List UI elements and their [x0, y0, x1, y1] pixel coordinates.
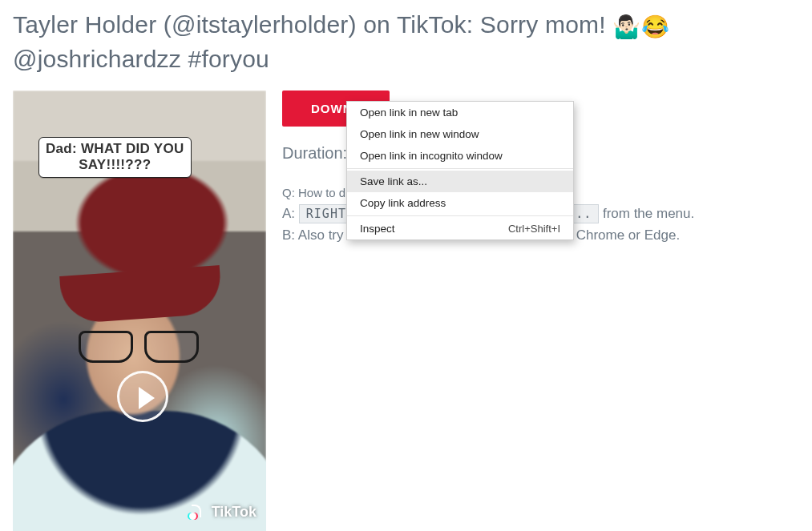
context-menu-item-label: Open link in new window — [360, 128, 479, 140]
laugh-emoji: 😂 — [641, 14, 669, 39]
context-menu-separator — [347, 168, 573, 169]
title-text-1: Tayler Holder (@itstaylerholder) on TikT… — [13, 11, 612, 38]
answer-a-label: A: — [282, 206, 295, 221]
context-menu-save-link-as[interactable]: Save link as... — [347, 171, 573, 192]
context-menu-item-label: Copy link address — [360, 197, 446, 209]
context-menu-item-label: Inspect — [360, 223, 395, 235]
tiktok-watermark-text: TikTok — [212, 504, 257, 521]
context-menu-open-incognito[interactable]: Open link in incognito window — [347, 145, 573, 167]
video-caption-overlay: Dad: WHAT DID YOU SAY!!!!??? — [38, 137, 192, 178]
context-menu-item-label: Open link in new tab — [360, 107, 458, 119]
context-menu-open-new-tab[interactable]: Open link in new tab — [347, 102, 573, 123]
thumbnail-glasses-shape — [79, 331, 199, 358]
context-menu-inspect[interactable]: Inspect Ctrl+Shift+I — [347, 218, 573, 239]
faq-question-visible-start: Q: How to d — [282, 186, 345, 199]
video-caption-line1: Dad: WHAT DID YOU — [46, 141, 184, 156]
context-menu-copy-link-address[interactable]: Copy link address — [347, 192, 573, 214]
play-icon[interactable] — [117, 371, 168, 422]
context-menu-item-label: Save link as... — [360, 175, 427, 187]
tiktok-watermark: TikTok — [189, 503, 257, 521]
answer-a-tail: from the menu. — [599, 206, 694, 221]
context-menu-shortcut: Ctrl+Shift+I — [508, 223, 560, 235]
tiktok-note-icon — [189, 503, 207, 521]
answer-b-prefix: B: Also try — [282, 227, 344, 243]
context-menu-separator — [347, 215, 573, 216]
video-thumbnail[interactable]: Dad: WHAT DID YOU SAY!!!!??? TikTok — [13, 91, 266, 531]
page-title: Tayler Holder (@itstaylerholder) on TikT… — [0, 0, 812, 91]
context-menu-open-new-window[interactable]: Open link in new window — [347, 123, 573, 145]
title-text-2: @joshrichardzz #foryou — [13, 46, 269, 72]
shrug-emoji: 🤷🏻‍♂️ — [612, 14, 640, 39]
video-caption-line2: SAY!!!!??? — [46, 157, 184, 173]
context-menu-item-label: Open link in incognito window — [360, 150, 503, 162]
context-menu[interactable]: Open link in new tab Open link in new wi… — [346, 101, 574, 240]
